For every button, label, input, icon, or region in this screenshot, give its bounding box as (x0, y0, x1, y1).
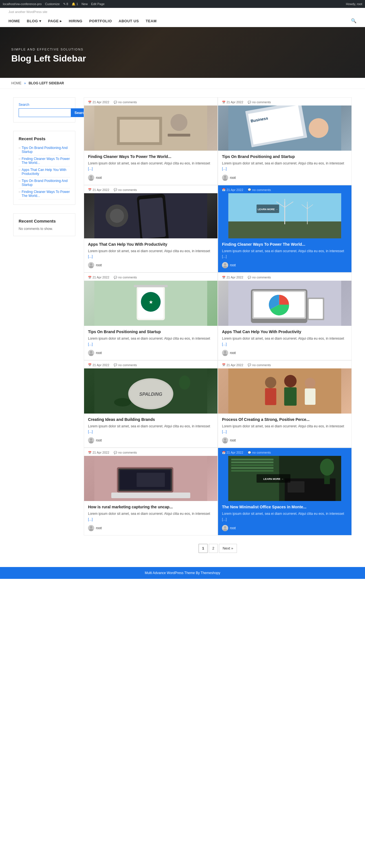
post-card: 📅 21 Apr 2022 💬 no comments (218, 360, 352, 448)
recent-comments-title: Recent Comments (19, 219, 70, 223)
hero-section: SIMPLE AND EFFECTIVE SOLUTIONS Blog Left… (0, 27, 365, 78)
svg-rect-46 (134, 285, 168, 287)
post-card: 📅 21 Apr 2022 💬 no comments (84, 273, 218, 360)
post-body: Tips On Brand Positioning and Startup Lo… (84, 326, 217, 360)
svg-point-78 (224, 438, 226, 441)
admin-bar-edit[interactable]: Edit Page (91, 2, 105, 6)
breadcrumb-current: BLOG LEFT SIDEBAR (29, 81, 64, 85)
svg-text:SPALDING: SPALDING (139, 392, 162, 397)
post-title: Finding Cleaner Ways To Power The World.… (222, 242, 347, 247)
post-body: Finding Cleaner Ways To Power The World.… (84, 151, 217, 185)
admin-bar: localhost/vw-conference-pro Customize ✎ … (0, 0, 365, 8)
list-item[interactable]: Tips On Brand Positioning And Startup (19, 145, 70, 155)
search-input[interactable] (19, 108, 71, 117)
nav-home[interactable]: HOME (8, 19, 20, 23)
admin-bar-site[interactable]: localhost/vw-conference-pro (3, 2, 42, 6)
search-widget: Search Search (13, 97, 75, 122)
post-title: Creating Ideas and Building Brands (88, 417, 214, 422)
nav-team[interactable]: TEAM (146, 19, 157, 23)
post-body: Apps That Can Help You With Productivity… (218, 326, 352, 360)
svg-rect-72 (265, 388, 276, 405)
post-title: Tips On Brand Positioning and Startup (222, 154, 347, 159)
recent-comments-widget: Recent Comments No comments to show. (13, 213, 75, 236)
blog-content: 📅 21 Apr 2022 💬 no comments (84, 97, 352, 559)
calendar-icon: 📅 (222, 363, 225, 366)
post-meta: 📅 21 Apr 2022 💬 no comments (84, 273, 217, 281)
post-excerpt: Lorem ipsum dolor sit amet, sea ei diam … (222, 424, 347, 434)
avatar (222, 525, 228, 531)
next-page-button[interactable]: Next » (219, 544, 237, 553)
list-item[interactable]: Apps That Can Help You With Productivity (19, 166, 70, 178)
post-author: root (222, 262, 347, 268)
avatar (88, 175, 94, 181)
calendar-icon: 📅 (88, 451, 91, 454)
post-author: root (222, 437, 347, 443)
search-label: Search (19, 103, 70, 106)
site-footer: Multi Advance WordPress Theme By Themesh… (0, 567, 365, 579)
recent-posts-title: Recent Posts (19, 136, 70, 141)
svg-point-14 (224, 176, 226, 178)
post-date: 📅 21 Apr 2022 (222, 188, 243, 191)
breadcrumb-home[interactable]: HOME (11, 81, 22, 85)
post-card: 📅 21 Apr 2022 💬 no comments (84, 448, 218, 535)
post-date: 📅 21 Apr 2022 (88, 276, 109, 279)
admin-bar-comments[interactable]: ✎ 8 (63, 2, 68, 6)
post-date: 📅 21 Apr 2022 (88, 363, 109, 367)
calendar-icon: 📅 (222, 188, 225, 191)
post-card: 📅 21 Apr 2022 💬 no comments Business (218, 97, 352, 185)
post-comments: 💬 no comments (114, 100, 137, 104)
post-comments: 💬 no comments (248, 188, 271, 191)
post-card: 📅 21 Apr 2022 💬 no comments (84, 185, 218, 273)
svg-point-75 (305, 378, 316, 389)
post-title: The New Minimalist Office Spaces in Mont… (222, 504, 347, 509)
calendar-icon: 📅 (222, 276, 225, 279)
nav-hiring[interactable]: HIRING (69, 19, 83, 23)
post-card-featured: 📅 21 Apr 2022 💬 no comments (218, 185, 352, 273)
page-1-button[interactable]: 1 (199, 544, 208, 553)
post-title: Finding Cleaner Ways To Power The World.… (88, 154, 214, 159)
avatar (222, 175, 228, 181)
post-comments: 💬 no comments (248, 451, 271, 454)
comment-icon: 💬 (248, 363, 251, 366)
nav-page[interactable]: PAGE ▸ (48, 19, 62, 23)
main-container: Search Search Recent Posts Tips On Brand… (8, 89, 357, 567)
search-icon[interactable]: 🔍 (351, 18, 357, 23)
breadcrumb-sep: » (24, 81, 26, 85)
admin-bar-customize[interactable]: Customize (45, 2, 60, 6)
calendar-icon: 📅 (88, 188, 91, 191)
admin-bar-new[interactable]: New (82, 2, 88, 6)
svg-point-12 (309, 118, 329, 138)
post-date: 📅 21 Apr 2022 (222, 100, 243, 104)
svg-rect-93 (231, 464, 274, 466)
calendar-icon: 📅 (222, 451, 225, 454)
calendar-icon: 📅 (88, 363, 91, 366)
post-meta: 📅 21 Apr 2022 💬 no comments (84, 361, 217, 368)
svg-rect-85 (137, 473, 165, 487)
page-2-button[interactable]: 2 (209, 544, 218, 553)
nav-blog[interactable]: BLOG ▾ (27, 19, 41, 23)
admin-bar-updates[interactable]: 🔔 1 (72, 2, 78, 6)
post-title: Process Of Creating a Strong, Positive P… (222, 417, 347, 422)
post-comments: 💬 no comments (248, 363, 271, 367)
sidebar: Search Search Recent Posts Tips On Brand… (13, 97, 75, 559)
post-date: 📅 21 Apr 2022 (222, 276, 243, 279)
post-author: root (88, 350, 214, 356)
list-item[interactable]: Finding Cleaner Ways To Power The World.… (19, 188, 70, 199)
list-item[interactable]: Tips On Brand Positioning And Startup (19, 178, 70, 188)
post-author: root (222, 525, 347, 531)
post-thumbnail (84, 193, 217, 238)
comment-icon: 💬 (248, 101, 251, 104)
post-excerpt: Lorem ipsum dolor sit amet, sea ei diam … (88, 511, 214, 522)
nav-about[interactable]: ABOUT US (119, 19, 139, 23)
calendar-icon: 📅 (222, 101, 225, 104)
svg-rect-18 (139, 197, 166, 238)
nav-portfolio[interactable]: PORTFOLIO (89, 19, 112, 23)
list-item[interactable]: Finding Cleaner Ways To Power The World.… (19, 155, 70, 166)
admin-bar-howdy: Howdy, root (346, 2, 362, 6)
post-thumbnail: ★ (84, 281, 217, 326)
post-title: Apps That Can Help You With Productivity (222, 329, 347, 334)
svg-point-99 (320, 459, 334, 475)
post-thumbnail: Business (218, 105, 352, 151)
post-date: 📅 21 Apr 2022 (88, 100, 109, 104)
post-author: root (222, 175, 347, 181)
